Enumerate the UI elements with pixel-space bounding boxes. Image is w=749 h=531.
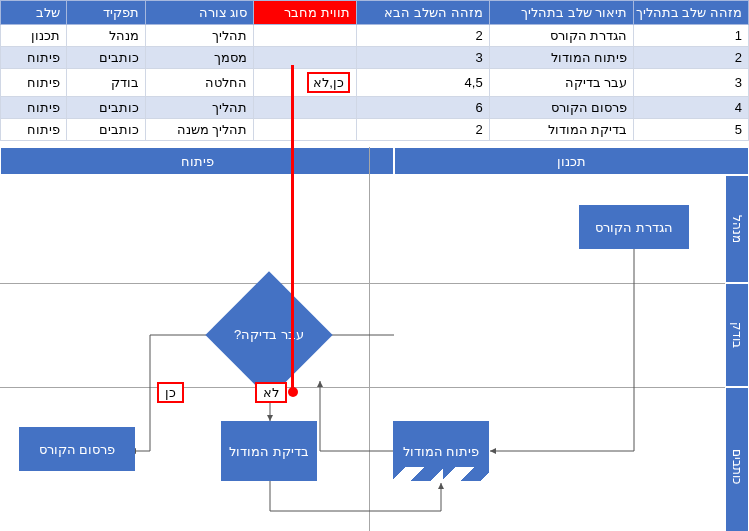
col-shape: סוג צורה <box>145 1 254 25</box>
shape-label: פרסום הקורס <box>39 442 116 457</box>
table-row: 5 בדיקת המודול 2 תהליך משנה כותבים פיתוח <box>1 119 749 141</box>
cell-shape: תהליך <box>145 97 254 119</box>
lane-divider <box>0 283 725 284</box>
cell-next: 2 <box>356 25 489 47</box>
cell-id: 1 <box>634 25 749 47</box>
cell-role: בודק <box>67 69 145 97</box>
shape-publish-course[interactable]: פרסום הקורס <box>19 427 135 471</box>
cell-phase: תכנון <box>1 25 67 47</box>
cell-shape: מסמך <box>145 47 254 69</box>
cell-shape: החלטה <box>145 69 254 97</box>
col-phase: שלב <box>1 1 67 25</box>
cell-desc: פיתוח המודול <box>489 47 634 69</box>
cell-desc: בדיקת המודול <box>489 119 634 141</box>
callout-line <box>291 65 294 390</box>
phase-dev-header: פיתוח <box>0 147 394 175</box>
shape-label: פיתוח המודול <box>403 444 480 459</box>
swimlane-phases: תכנון פיתוח <box>0 147 749 175</box>
cell-conn: כן,לא <box>254 69 357 97</box>
role-lane-writers: כותבים <box>725 387 749 531</box>
edge-label-yes: כן <box>157 382 184 403</box>
cell-shape: תהליך משנה <box>145 119 254 141</box>
cell-desc: הגדרת הקורס <box>489 25 634 47</box>
cell-role: כותבים <box>67 97 145 119</box>
phase-plan-header: תכנון <box>394 147 749 175</box>
cell-phase: פיתוח <box>1 47 67 69</box>
cell-phase: פיתוח <box>1 119 67 141</box>
cell-conn <box>254 97 357 119</box>
cell-id: 2 <box>634 47 749 69</box>
cell-phase: פיתוח <box>1 69 67 97</box>
phase-divider <box>369 147 370 531</box>
role-lane-checker: בודק <box>725 283 749 387</box>
edge-label-no: לא <box>255 382 287 403</box>
table-row: 4 פרסום הקורס 6 תהליך כותבים פיתוח <box>1 97 749 119</box>
shape-module-development[interactable]: פיתוח המודול <box>393 421 489 481</box>
cell-desc: פרסום הקורס <box>489 97 634 119</box>
cell-next: 4,5 <box>356 69 489 97</box>
shape-label: עבר בדיקה? <box>224 290 314 380</box>
table-row: 1 הגדרת הקורס 2 תהליך מנהל תכנון <box>1 25 749 47</box>
table-row: 3 עבר בדיקה 4,5 כן,לא החלטה בודק פיתוח <box>1 69 749 97</box>
cell-next: 3 <box>356 47 489 69</box>
callout-dot-icon <box>288 387 298 397</box>
shape-label: בדיקת המודול <box>229 444 309 459</box>
cell-next: 6 <box>356 97 489 119</box>
cell-phase: פיתוח <box>1 97 67 119</box>
flowchart: מנהל בודק כותבים הגדרת הקורס עבר בדיקה? … <box>0 175 749 531</box>
role-lane-manager: מנהל <box>725 175 749 283</box>
shape-label: הגדרת הקורס <box>595 220 673 235</box>
cell-conn <box>254 119 357 141</box>
cell-shape: תהליך <box>145 25 254 47</box>
cell-role: מנהל <box>67 25 145 47</box>
col-next-id: מזהה השלב הבא <box>356 1 489 25</box>
col-step-desc: תיאור שלב בתהליך <box>489 1 634 25</box>
shape-passed-check-decision[interactable]: עבר בדיקה? <box>205 271 332 398</box>
cell-conn <box>254 47 357 69</box>
cell-id: 3 <box>634 69 749 97</box>
col-role: תפקיד <box>67 1 145 25</box>
cell-next: 2 <box>356 119 489 141</box>
col-connector: תווית מחבר <box>254 1 357 25</box>
table-row: 2 פיתוח המודול 3 מסמך כותבים פיתוח <box>1 47 749 69</box>
cell-id: 4 <box>634 97 749 119</box>
process-table: מזהה שלב בתהליך תיאור שלב בתהליך מזהה הש… <box>0 0 749 141</box>
cell-role: כותבים <box>67 119 145 141</box>
lane-divider <box>0 387 725 388</box>
cell-role: כותבים <box>67 47 145 69</box>
cell-conn <box>254 25 357 47</box>
cell-desc: עבר בדיקה <box>489 69 634 97</box>
shape-course-definition[interactable]: הגדרת הקורס <box>579 205 689 249</box>
cell-id: 5 <box>634 119 749 141</box>
shape-module-check[interactable]: בדיקת המודול <box>221 421 317 481</box>
col-step-id: מזהה שלב בתהליך <box>634 1 749 25</box>
